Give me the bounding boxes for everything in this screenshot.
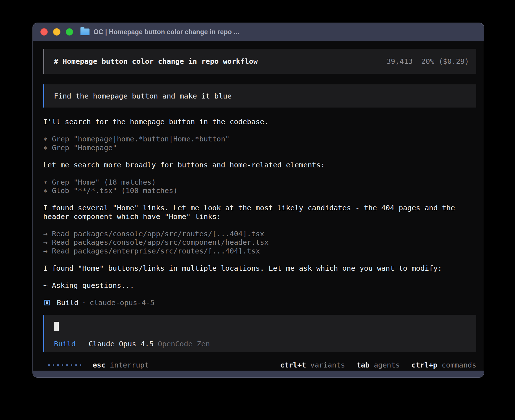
transcript-line: I found "Home" buttons/links in multiple… <box>43 264 476 273</box>
transcript: I'll search for the homepage button in t… <box>43 117 476 290</box>
spinner-dot <box>48 364 50 366</box>
prompt-mode-line: Build Claude Opus 4.5 OpenCode Zen <box>54 340 469 348</box>
transcript-paragraph: ~ Asking questions... <box>43 281 476 290</box>
hint-variants: ctrl+tvariants <box>280 361 345 369</box>
terminal-window: OC | Homepage button color change in rep… <box>32 23 484 378</box>
transcript-paragraph: I found several "Home" links. Let me loo… <box>43 204 476 221</box>
session-title: # Homepage button color change in repo w… <box>54 57 258 66</box>
agent-separator: · <box>78 298 90 307</box>
prompt-model[interactable]: Claude Opus 4.5 <box>89 340 154 348</box>
footer-right: ctrl+tvariantstabagentsctrl+pcommands <box>280 361 476 369</box>
transcript-paragraph: ∗ Grep "Home" (18 matches)∗ Glob "**/*.t… <box>43 178 476 195</box>
folder-icon <box>80 29 90 35</box>
prompt-provider: OpenCode Zen <box>158 340 210 348</box>
spinner-dot <box>62 364 63 366</box>
hint-label: commands <box>442 361 476 369</box>
spinner-dots <box>48 364 81 366</box>
transcript-line: I'll search for the homepage button in t… <box>43 117 476 126</box>
transcript-line: ∗ Grep "homepage|home.*button|Home.*butt… <box>43 135 476 143</box>
text-cursor <box>54 322 59 331</box>
spinner-dot <box>71 364 72 366</box>
session-stats: 39,413 20% ($0.29) <box>387 57 469 66</box>
hint-label: variants <box>310 361 345 369</box>
prompt-mode[interactable]: Build <box>54 340 76 348</box>
spinner-dot <box>53 364 54 366</box>
transcript-line: → Read packages/console/app/src/routes/[… <box>43 229 476 238</box>
hint-key: tab <box>357 361 370 369</box>
transcript-line: ∗ Grep "Homepage" <box>43 143 476 152</box>
desktop-background: OC | Homepage button color change in rep… <box>0 0 515 420</box>
transcript-line: → Read packages/console/app/src/componen… <box>43 238 476 247</box>
token-count: 39,413 <box>387 57 413 66</box>
transcript-paragraph: → Read packages/console/app/src/routes/[… <box>43 229 476 255</box>
transcript-paragraph: ∗ Grep "homepage|home.*button|Home.*butt… <box>43 135 476 152</box>
hint-key-esc: esc <box>93 361 106 369</box>
transcript-line: → Read packages/enterprise/src/routes/[.… <box>43 247 476 255</box>
spinner-dot <box>75 364 77 366</box>
transcript-line: header component which have "Home" links… <box>43 212 476 221</box>
hint-label: agents <box>374 361 400 369</box>
status-footer: esc interrupt ctrl+tvariantstabagentsctr… <box>43 361 476 369</box>
spinner-dot <box>66 364 68 366</box>
hint-key: ctrl+t <box>280 361 306 369</box>
session-header: # Homepage button color change in repo w… <box>43 49 476 74</box>
window-title: OC | Homepage button color change in rep… <box>93 28 239 36</box>
hint-label-interrupt: interrupt <box>110 361 149 369</box>
transcript-line: ~ Asking questions... <box>43 281 476 290</box>
transcript-line: ∗ Glob "**/*.tsx" (100 matches) <box>43 186 476 195</box>
agent-build-icon <box>44 300 50 305</box>
terminal-content: # Homepage button color change in repo w… <box>33 41 484 371</box>
zoom-button[interactable] <box>66 28 73 36</box>
transcript-line: ∗ Grep "Home" (18 matches) <box>43 178 476 187</box>
minimize-button[interactable] <box>53 28 60 36</box>
traffic-lights <box>40 28 73 36</box>
hint-key: ctrl+p <box>411 361 437 369</box>
window-bottom-chrome <box>33 371 484 377</box>
agent-status-line: Build · claude-opus-4-5 <box>43 298 476 307</box>
transcript-line: I found several "Home" links. Let me loo… <box>43 204 476 212</box>
hint-agents: tabagents <box>357 361 400 369</box>
agent-name: Build <box>57 298 78 307</box>
user-message: Find the homepage button and make it blu… <box>43 84 476 108</box>
user-message-text: Find the homepage button and make it blu… <box>54 92 232 100</box>
context-usage: 20% ($0.29) <box>421 57 469 66</box>
footer-left: esc interrupt <box>43 361 149 369</box>
transcript-paragraph: I found "Home" buttons/links in multiple… <box>43 264 476 273</box>
close-button[interactable] <box>40 28 48 36</box>
transcript-paragraph: Let me search more broadly for buttons a… <box>43 161 476 169</box>
hint-commands: ctrl+pcommands <box>411 361 476 369</box>
window-titlebar[interactable]: OC | Homepage button color change in rep… <box>33 23 484 41</box>
spinner-dot <box>80 364 81 366</box>
transcript-paragraph: I'll search for the homepage button in t… <box>43 117 476 126</box>
agent-model: claude-opus-4-5 <box>90 298 154 307</box>
prompt-input[interactable]: Build Claude Opus 4.5 OpenCode Zen <box>43 315 476 352</box>
transcript-line: Let me search more broadly for buttons a… <box>43 161 476 169</box>
spinner-dot <box>57 364 59 366</box>
